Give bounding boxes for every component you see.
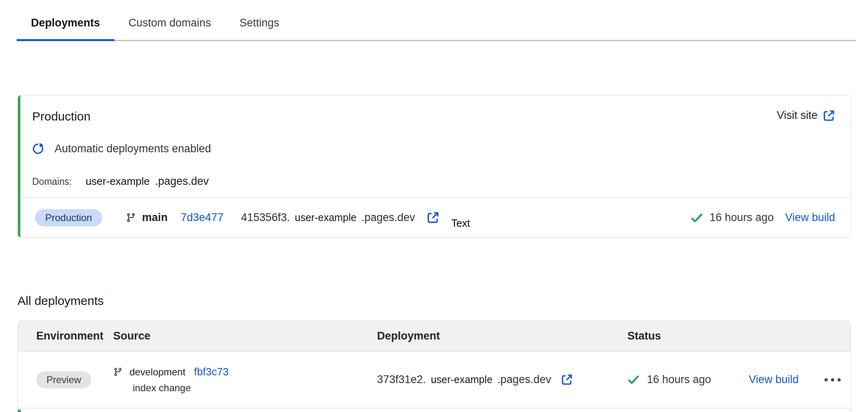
- commit-link[interactable]: fbf3c73: [194, 366, 228, 378]
- view-build-link[interactable]: View build: [749, 373, 799, 386]
- production-accent-bar: [18, 95, 20, 237]
- environment-badge: Preview: [36, 371, 91, 388]
- next-row-accent-bar: [18, 410, 21, 412]
- deployment-id: 415356f3.: [241, 211, 290, 224]
- deployment-domain: user-example: [431, 374, 492, 386]
- deployment-time: 16 hours ago: [647, 373, 711, 386]
- commit-message: index change: [133, 382, 377, 394]
- table-row: Preview development fbf3c73 index change: [18, 351, 850, 408]
- automatic-deployments-text: Automatic deployments enabled: [55, 142, 211, 155]
- external-link-icon: [823, 110, 835, 122]
- environment-badge: Production: [35, 209, 102, 226]
- production-card: Production Visit site: [18, 95, 851, 238]
- deployment-suffix: .pages.dev: [498, 373, 551, 386]
- commit-link[interactable]: 7d3e477: [181, 211, 224, 224]
- deployment-id: 373f31e2.: [377, 373, 426, 386]
- domain-suffix: .pages.dev: [155, 175, 209, 188]
- production-card-title: Production: [32, 109, 90, 124]
- tab-deployments[interactable]: Deployments: [17, 12, 114, 41]
- git-branch-icon: [126, 213, 136, 223]
- deployments-page: Deployments Custom domains Settings Prod…: [0, 0, 868, 412]
- refresh-icon: [32, 143, 44, 155]
- visit-site-link[interactable]: Visit site: [777, 109, 835, 122]
- domains-label: Domains:: [32, 176, 72, 187]
- note-text: Text: [452, 217, 470, 229]
- git-branch-icon: [113, 367, 123, 377]
- success-check-icon: [690, 212, 703, 224]
- branch-name: development: [129, 366, 185, 378]
- table-header-row: Environment Source Deployment Status: [18, 321, 850, 351]
- deployment-time: 16 hours ago: [710, 211, 774, 224]
- row-menu-button[interactable]: [824, 376, 842, 384]
- deployment-external-link-icon[interactable]: [427, 211, 439, 224]
- branch-name: main: [142, 211, 168, 224]
- all-deployments-title: All deployments: [18, 294, 868, 308]
- deployment-external-link-icon[interactable]: [561, 374, 573, 386]
- domain-name: user-example: [85, 175, 150, 188]
- deployment-suffix: .pages.dev: [361, 211, 415, 224]
- visit-site-label: Visit site: [777, 109, 818, 122]
- column-header-deployment: Deployment: [377, 330, 627, 342]
- next-row-partial: [18, 408, 850, 412]
- tab-bar: Deployments Custom domains Settings: [0, 0, 868, 41]
- success-check-icon: [627, 374, 640, 386]
- tab-custom-domains[interactable]: Custom domains: [114, 12, 226, 41]
- column-header-environment: Environment: [36, 330, 113, 342]
- production-deployment-row: Production main 7d3e477 415356f3. user-e…: [18, 198, 850, 237]
- view-build-link[interactable]: View build: [785, 211, 835, 224]
- deployment-domain: user-example: [295, 212, 356, 224]
- deployments-table: Environment Source Deployment Status Pre…: [18, 321, 851, 412]
- column-header-status: Status: [627, 330, 749, 342]
- column-header-source: Source: [113, 330, 377, 342]
- tab-settings[interactable]: Settings: [225, 12, 294, 41]
